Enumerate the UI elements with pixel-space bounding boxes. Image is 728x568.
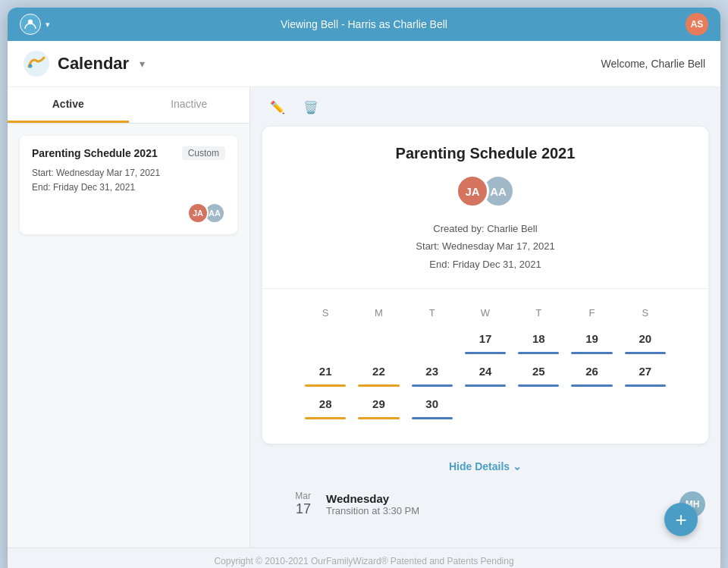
fab-container: + <box>664 503 698 536</box>
cal-day-f: F <box>565 304 618 322</box>
detail-meta: Created by: Charlie Bell Start: Wednesda… <box>287 220 684 273</box>
event-date-col: Mar 17 <box>265 491 311 517</box>
cal-cell-empty <box>619 393 672 422</box>
user-switcher[interactable]: ▾ <box>20 14 50 35</box>
detail-avatar-ja: JA <box>456 174 489 208</box>
cal-cell-empty <box>299 328 352 357</box>
welcome-text: Welcome, Charlie Bell <box>601 58 705 70</box>
user-icon <box>20 14 41 35</box>
cal-header: S M T W T F S <box>299 304 672 322</box>
schedule-card-header: Parenting Schedule 2021 Custom <box>32 146 225 160</box>
main-content: ✏️ 🗑️ Parenting Schedule 2021 JA AA Crea… <box>250 87 720 548</box>
cal-day-s2: S <box>619 304 672 322</box>
titlebar-title: Viewing Bell - Harris as Charlie Bell <box>281 18 447 30</box>
cal-cell-26: 26 <box>565 360 618 390</box>
cal-cell-28: 28 <box>299 393 352 422</box>
cal-cell-23: 23 <box>406 360 459 390</box>
cal-day-t2: T <box>512 304 565 322</box>
event-detail-col: Wednesday Transition at 3:30 PM <box>326 492 664 516</box>
avatar-ja-small: JA <box>187 202 209 224</box>
hide-details-button[interactable]: Hide Details ⌄ <box>449 460 522 472</box>
event-time: Transition at 3:30 PM <box>326 505 664 516</box>
cal-cell-24: 24 <box>459 360 512 390</box>
svg-point-1 <box>24 51 49 77</box>
app-footer: Copyright © 2010-2021 OurFamilyWizard® P… <box>8 548 720 568</box>
schedule-card-footer: JA AA <box>32 202 225 224</box>
user-switcher-chevron: ▾ <box>46 20 50 30</box>
current-user-avatar: AS <box>686 13 708 36</box>
event-day: 17 <box>265 501 311 517</box>
sidebar-content: Parenting Schedule 2021 Custom Start: We… <box>8 124 249 548</box>
cal-day-w: W <box>459 304 512 322</box>
cal-cell-20: 20 <box>619 328 672 357</box>
schedule-card-dates: Start: Wednesday Mar 17, 2021 End: Frida… <box>32 166 225 195</box>
cal-day-t1: T <box>406 304 459 322</box>
schedule-card-title: Parenting Schedule 2021 <box>32 147 158 159</box>
cal-cell-empty <box>512 393 565 422</box>
detail-divider <box>262 288 708 289</box>
cal-cell-30: 30 <box>406 393 459 422</box>
chevron-down-icon: ⌄ <box>513 460 522 472</box>
app-title-chevron[interactable]: ▾ <box>140 58 145 70</box>
cal-cell-empty <box>352 328 405 357</box>
app-header: Calendar ▾ Welcome, Charlie Bell <box>8 41 720 87</box>
fab-wrapper: + <box>664 503 698 536</box>
sidebar: Active Inactive Parenting Schedule 2021 … <box>8 87 250 548</box>
cal-cell-17: 17 <box>459 328 512 357</box>
cal-cell-25: 25 <box>512 360 565 390</box>
app-logo-icon <box>23 50 50 77</box>
cal-cell-19: 19 <box>565 328 618 357</box>
calendar-grid: S M T W T F S 17 18 <box>287 304 684 422</box>
app-window: ▾ Viewing Bell - Harris as Charlie Bell … <box>8 8 720 568</box>
tab-bar: Active Inactive <box>8 87 249 124</box>
detail-avatars: JA AA <box>287 174 684 208</box>
cal-cell-empty <box>406 328 459 357</box>
edit-button[interactable]: ✏️ <box>265 95 290 119</box>
svg-point-2 <box>29 64 33 68</box>
cal-week-1: 17 18 19 20 <box>299 328 672 357</box>
tab-active[interactable]: Active <box>8 87 129 123</box>
schedule-card-badge: Custom <box>182 146 225 160</box>
cal-cell-18: 18 <box>512 328 565 357</box>
cal-cell-22: 22 <box>352 360 405 390</box>
cal-cell-empty <box>459 393 512 422</box>
footer-text: Copyright © 2010-2021 OurFamilyWizard® P… <box>214 556 513 566</box>
main-layout: Active Inactive Parenting Schedule 2021 … <box>8 87 720 548</box>
detail-panel: Parenting Schedule 2021 JA AA Created by… <box>262 127 708 444</box>
cal-cell-empty <box>565 393 618 422</box>
event-day-name: Wednesday <box>326 492 664 505</box>
toolbar: ✏️ 🗑️ <box>250 87 720 127</box>
schedule-card[interactable]: Parenting Schedule 2021 Custom Start: We… <box>20 136 237 234</box>
cal-cell-29: 29 <box>352 393 405 422</box>
fab-button[interactable]: + <box>664 503 698 536</box>
cal-day-s1: S <box>299 304 352 322</box>
tab-inactive[interactable]: Inactive <box>129 87 250 123</box>
titlebar: ▾ Viewing Bell - Harris as Charlie Bell … <box>8 8 720 41</box>
hide-details-row: Hide Details ⌄ <box>250 453 720 479</box>
cal-cell-21: 21 <box>299 360 352 390</box>
event-month: Mar <box>265 491 311 501</box>
cal-week-3: 28 29 30 <box>299 393 672 422</box>
event-row: Mar 17 Wednesday Transition at 3:30 PM M… <box>250 479 720 529</box>
delete-button[interactable]: 🗑️ <box>299 95 323 119</box>
cal-cell-27: 27 <box>619 360 672 390</box>
app-title: Calendar <box>58 54 129 74</box>
cal-day-m: M <box>352 304 405 322</box>
logo-area[interactable]: Calendar ▾ <box>23 50 145 77</box>
detail-title: Parenting Schedule 2021 <box>287 145 684 162</box>
cal-week-2: 21 22 23 24 25 26 27 <box>299 360 672 390</box>
